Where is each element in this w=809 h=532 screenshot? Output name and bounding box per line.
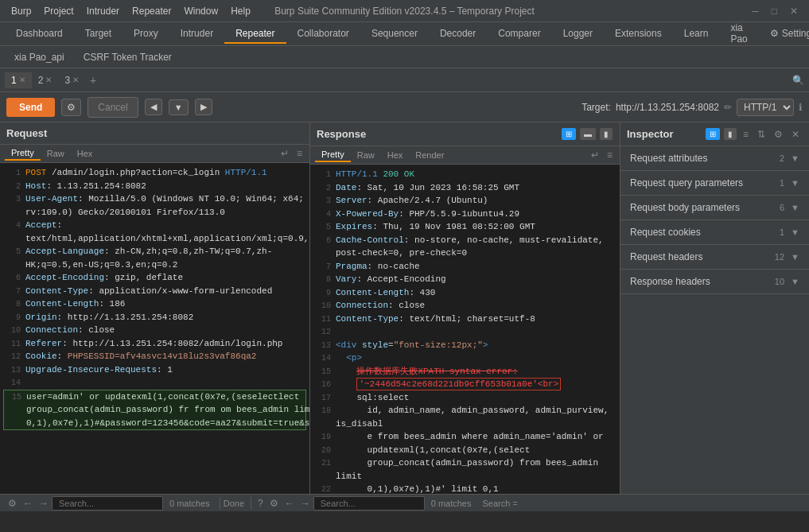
inspector-view-alt[interactable]: ▮ (724, 128, 737, 140)
req-line-1: 1 POST /admin/login.php?action=ck_login … (3, 166, 306, 180)
response-status-forward-icon[interactable]: → (298, 497, 313, 510)
tab-logger[interactable]: Logger (552, 25, 604, 44)
request-search-matches: 0 matches (163, 499, 216, 508)
nav-left-button[interactable]: ◀ (145, 99, 162, 115)
req-tab-pretty[interactable]: Pretty (5, 146, 41, 161)
tab-1[interactable]: 1 ✕ (5, 72, 32, 88)
tab-comparer[interactable]: Comparer (487, 25, 551, 44)
inspector-body-params-count: 6 (780, 203, 784, 212)
response-subtabs: Pretty Raw Hex Render ↵ ≡ (310, 146, 620, 165)
tab-collaborator[interactable]: Collaborator (286, 25, 360, 44)
resp-view-split[interactable]: ⊞ (562, 128, 576, 140)
inspector-section-request-attributes[interactable]: Request attributes 2 ▼ (620, 146, 809, 171)
response-status-back-icon[interactable]: ← (282, 497, 298, 510)
response-status-gear-icon[interactable]: ⚙ (266, 497, 282, 510)
tab-target[interactable]: Target (74, 25, 123, 44)
nav-right-button[interactable]: ▶ (195, 99, 212, 115)
edit-target-icon[interactable]: ✏ (724, 102, 732, 113)
cancel-button[interactable]: Cancel (88, 97, 138, 118)
response-status-help-icon[interactable]: ? (255, 497, 266, 510)
search-eq-label: Search = (477, 499, 522, 508)
resp-line-7: 7 Pragma: no-cache (313, 260, 616, 274)
tab-sequencer[interactable]: Sequencer (360, 25, 429, 44)
inspector-section-body-params[interactable]: Request body parameters 6 ▼ (620, 196, 809, 220)
menu-window[interactable]: Window (179, 4, 223, 18)
menu-project[interactable]: Project (39, 4, 78, 18)
tab-learn[interactable]: Learn (673, 25, 720, 44)
resp-tab-render[interactable]: Render (409, 149, 450, 161)
search-icon[interactable]: 🔍 (792, 75, 804, 86)
menu-repeater[interactable]: Repeater (127, 4, 176, 18)
response-search-input[interactable] (313, 496, 425, 511)
target-url: http://1.13.251.254:8082 (616, 102, 719, 113)
tab-csrf-token[interactable]: CSRF Token Tracker (74, 49, 181, 65)
tab-xia-pao-api[interactable]: xia Pao_api (5, 49, 74, 65)
tab-xia-pao[interactable]: xia Pao (719, 19, 758, 49)
req-line-4: 4 Accept: text/html,application/xhtml+xm… (3, 219, 306, 245)
resp-line-1: 1 HTTP/1.1 200 OK (313, 168, 616, 181)
nav-down-button[interactable]: ▼ (169, 99, 189, 115)
minimize-button[interactable]: ─ (747, 6, 764, 17)
new-tab-button[interactable]: + (85, 72, 101, 89)
resp-wrap-icon[interactable]: ↵ (589, 149, 601, 161)
req-line-3: 3 User-Agent: Mozilla/5.0 (Windows NT 10… (3, 192, 306, 219)
inspector-section-response-headers[interactable]: Response headers 10 ▼ (620, 270, 809, 294)
tab-extensions[interactable]: Extensions (604, 25, 673, 44)
inspector-section-request-headers[interactable]: Request headers 12 ▼ (620, 245, 809, 270)
resp-line-15: 15 操作数据库失败XPATH syntax error: (313, 365, 616, 379)
inspector-sort-icon[interactable]: ⇅ (754, 128, 768, 141)
settings-icon-button[interactable]: ⚙ (61, 99, 81, 116)
resp-line-18: 18 id, admin_name, admin_password, admin… (313, 404, 616, 430)
http-info-icon[interactable]: ℹ (799, 102, 803, 113)
resp-tab-raw[interactable]: Raw (351, 149, 381, 161)
second-navigation: xia Pao_api CSRF Token Tracker (0, 46, 809, 68)
req-line-9: 9 Origin: http://1.13.251.254:8082 (3, 311, 306, 324)
maximize-button[interactable]: □ (767, 6, 782, 17)
menu-intruder[interactable]: Intruder (82, 4, 124, 18)
inspector-section-cookies[interactable]: Request cookies 1 ▼ (620, 220, 809, 245)
resp-line-5: 5 Expires: Thu, 19 Nov 1981 08:52:00 GMT (313, 220, 616, 234)
tab-intruder[interactable]: Intruder (169, 25, 224, 44)
tab-2[interactable]: 2 ✕ (32, 72, 59, 88)
resp-tab-pretty[interactable]: Pretty (315, 148, 351, 162)
inspector-section-query-params[interactable]: Request query parameters 1 ▼ (620, 171, 809, 196)
tab-1-close[interactable]: ✕ (19, 76, 25, 84)
inspector-settings-icon[interactable]: ⚙ (771, 128, 786, 141)
status-back-icon[interactable]: ← (20, 497, 36, 510)
http-version-select[interactable]: HTTP/1 HTTP/2 (737, 99, 794, 116)
status-gear-icon[interactable]: ⚙ (5, 497, 20, 510)
menu-burp[interactable]: Burp (6, 4, 36, 18)
inspector-align-icon[interactable]: ≡ (740, 128, 752, 141)
response-icons: ↵ ≡ (589, 149, 615, 161)
request-search-input[interactable] (52, 496, 163, 511)
inspector-close-icon[interactable]: ✕ (788, 128, 803, 141)
tab-3[interactable]: 3 ✕ (58, 72, 85, 88)
tab-proxy[interactable]: Proxy (123, 25, 169, 44)
inspector-title: Inspector (627, 128, 674, 140)
tab-repeater[interactable]: Repeater (224, 25, 286, 44)
req-tab-hex[interactable]: Hex (71, 147, 99, 160)
req-wrap-icon[interactable]: ↵ (278, 147, 291, 160)
resp-view-full[interactable]: ▬ (580, 128, 596, 140)
tab-3-close[interactable]: ✕ (72, 76, 79, 84)
request-content[interactable]: 1 POST /admin/login.php?action=ck_login … (0, 163, 309, 494)
req-tab-raw[interactable]: Raw (41, 147, 71, 160)
resp-tab-hex[interactable]: Hex (381, 149, 410, 161)
tab-2-close[interactable]: ✕ (45, 76, 52, 84)
menu-help[interactable]: Help (226, 4, 255, 18)
tab-settings[interactable]: ⚙ Settings (759, 25, 809, 44)
status-forward-icon[interactable]: → (36, 497, 52, 510)
resp-view-panel[interactable]: ▮ (600, 128, 613, 140)
close-button[interactable]: ✕ (785, 6, 803, 17)
resp-line-4: 4 X-Powered-By: PHP/5.5.9-1ubuntu4.29 (313, 208, 616, 221)
status-divider2 (251, 497, 251, 510)
inspector-view-split[interactable]: ⊞ (706, 128, 720, 140)
inspector-panel: Inspector ⊞ ▮ ≡ ⇅ ⚙ ✕ Request attributes… (620, 122, 809, 494)
send-button[interactable]: Send (6, 98, 55, 117)
req-menu-icon[interactable]: ≡ (294, 147, 305, 160)
response-title: Response ⊞ ▬ ▮ (310, 122, 620, 146)
response-content[interactable]: 1 HTTP/1.1 200 OK 2 Date: Sat, 10 Jun 20… (310, 165, 620, 494)
resp-menu-icon[interactable]: ≡ (605, 149, 615, 161)
tab-decoder[interactable]: Decoder (429, 25, 487, 44)
tab-dashboard[interactable]: Dashboard (5, 25, 74, 44)
